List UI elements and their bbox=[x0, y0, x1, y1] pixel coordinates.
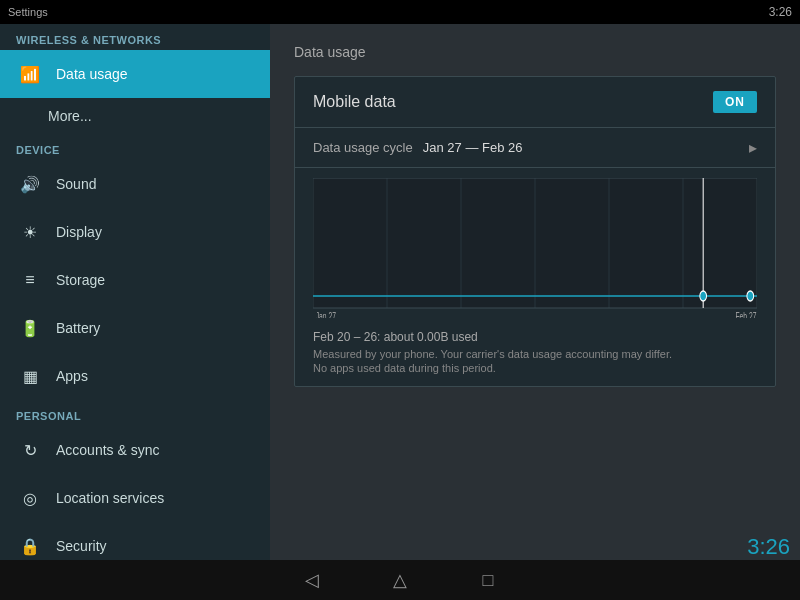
sidebar-section-title: DEVICE bbox=[0, 134, 270, 160]
chart-date-range: Feb 20 – 26: about 0.00B used bbox=[313, 330, 757, 344]
chart-info: Feb 20 – 26: about 0.00B used Measured b… bbox=[295, 322, 775, 386]
sidebar-item-label-sound: Sound bbox=[56, 176, 96, 192]
mobile-data-toggle[interactable]: ON bbox=[713, 91, 757, 113]
app-name: Settings bbox=[8, 6, 769, 18]
security-icon: 🔒 bbox=[16, 532, 44, 560]
storage-icon: ≡ bbox=[16, 266, 44, 294]
sidebar-item-label-security: Security bbox=[56, 538, 107, 554]
sidebar-item-sound[interactable]: 🔊Sound bbox=[0, 160, 270, 208]
sidebar-item-label-accounts: Accounts & sync bbox=[56, 442, 160, 458]
sidebar-item-label-more: More... bbox=[48, 108, 92, 124]
svg-point-9 bbox=[700, 291, 707, 301]
sidebar-item-location[interactable]: ◎Location services bbox=[0, 474, 270, 522]
status-bar: Settings 3:26 bbox=[0, 0, 800, 24]
nav-back-button[interactable]: ◁ bbox=[298, 566, 326, 594]
sidebar-section-title: PERSONAL bbox=[0, 400, 270, 426]
svg-text:Feb 27: Feb 27 bbox=[735, 311, 756, 318]
nav-home-button[interactable]: △ bbox=[386, 566, 414, 594]
cycle-dropdown-icon: ▸ bbox=[749, 138, 757, 157]
accounts-icon: ↻ bbox=[16, 436, 44, 464]
svg-point-10 bbox=[747, 291, 754, 301]
sidebar-section-title: WIRELESS & NETWORKS bbox=[0, 24, 270, 50]
mobile-data-row: Mobile data ON bbox=[295, 77, 775, 128]
sidebar-item-label-data-usage: Data usage bbox=[56, 66, 128, 82]
chart-note1: Measured by your phone. Your carrier's d… bbox=[313, 348, 757, 360]
sidebar-item-label-storage: Storage bbox=[56, 272, 105, 288]
cycle-value: Jan 27 — Feb 26 bbox=[423, 140, 749, 155]
sound-icon: 🔊 bbox=[16, 170, 44, 198]
status-time: 3:26 bbox=[769, 5, 792, 19]
usage-chart: Jan 27 Feb 27 bbox=[313, 178, 757, 318]
cycle-row[interactable]: Data usage cycle Jan 27 — Feb 26 ▸ bbox=[295, 128, 775, 168]
chart-container: Jan 27 Feb 27 bbox=[295, 168, 775, 322]
data-usage-card: Mobile data ON Data usage cycle Jan 27 —… bbox=[294, 76, 776, 387]
sidebar-item-more[interactable]: More... bbox=[0, 98, 270, 134]
sidebar-item-security[interactable]: 🔒Security bbox=[0, 522, 270, 560]
sidebar-item-display[interactable]: ☀Display bbox=[0, 208, 270, 256]
sidebar: WIRELESS & NETWORKS📶Data usageMore...DEV… bbox=[0, 24, 270, 560]
content-area: Data usage Mobile data ON Data usage cyc… bbox=[270, 24, 800, 560]
sidebar-item-label-display: Display bbox=[56, 224, 102, 240]
battery-icon: 🔋 bbox=[16, 314, 44, 342]
chart-note2: No apps used data during this period. bbox=[313, 362, 757, 374]
sidebar-item-label-apps: Apps bbox=[56, 368, 88, 384]
display-icon: ☀ bbox=[16, 218, 44, 246]
sidebar-item-storage[interactable]: ≡Storage bbox=[0, 256, 270, 304]
sidebar-item-data-usage[interactable]: 📶Data usage bbox=[0, 50, 270, 98]
time-display: 3:26 bbox=[747, 534, 790, 560]
svg-text:Jan 27: Jan 27 bbox=[316, 311, 336, 318]
sidebar-item-label-location: Location services bbox=[56, 490, 164, 506]
nav-menu-button[interactable]: □ bbox=[474, 566, 502, 594]
sidebar-item-accounts[interactable]: ↻Accounts & sync bbox=[0, 426, 270, 474]
data-usage-icon: 📶 bbox=[16, 60, 44, 88]
nav-bar: ◁ △ □ bbox=[0, 560, 800, 600]
apps-icon: ▦ bbox=[16, 362, 44, 390]
cycle-label: Data usage cycle bbox=[313, 140, 413, 155]
sidebar-item-apps[interactable]: ▦Apps bbox=[0, 352, 270, 400]
sidebar-item-label-battery: Battery bbox=[56, 320, 100, 336]
main-layout: WIRELESS & NETWORKS📶Data usageMore...DEV… bbox=[0, 24, 800, 560]
mobile-data-label: Mobile data bbox=[313, 93, 713, 111]
content-title: Data usage bbox=[294, 44, 776, 60]
location-icon: ◎ bbox=[16, 484, 44, 512]
sidebar-item-battery[interactable]: 🔋Battery bbox=[0, 304, 270, 352]
